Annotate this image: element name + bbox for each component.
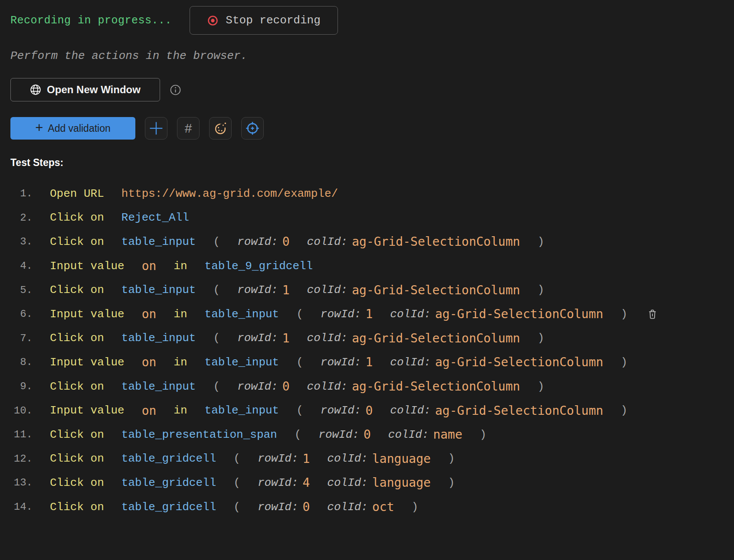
test-step-row[interactable]: 14.Click ontable_gridcell(rowId:0colId:o… <box>10 495 724 519</box>
step-value: on <box>142 259 157 273</box>
target-button[interactable] <box>241 117 264 140</box>
step-action-label: Click on <box>50 501 104 514</box>
step-param-key: rowId: <box>258 452 298 465</box>
step-paren: ) <box>537 235 544 248</box>
step-paren: ) <box>537 332 544 345</box>
step-element-link[interactable]: table_gridcell <box>121 452 216 465</box>
step-element-link[interactable]: table_input <box>205 356 279 369</box>
step-element-link[interactable]: Reject_All <box>121 211 189 224</box>
test-step-row[interactable]: 1.Open URLhttps://www.ag-grid.com/exampl… <box>10 182 724 206</box>
step-value: 0 <box>282 234 290 249</box>
step-paren: ( <box>233 476 240 489</box>
add-validation-button[interactable]: + Add validation <box>10 117 135 140</box>
test-step-row[interactable]: 9.Click ontable_input(rowId:0colId:ag-Gr… <box>10 374 724 399</box>
step-paren: ( <box>295 428 301 441</box>
info-icon[interactable] <box>170 84 181 96</box>
test-step-row[interactable]: 11.Click ontable_presentation_span(rowId… <box>10 423 724 447</box>
step-action-label: Click on <box>50 380 104 393</box>
step-value: 0 <box>303 500 310 514</box>
step-value: name <box>433 427 462 442</box>
step-value: 1 <box>365 355 373 369</box>
hash-icon: # <box>185 121 192 136</box>
step-param-key: rowId: <box>258 501 298 514</box>
step-element-link[interactable]: table_input <box>121 283 196 296</box>
trash-icon <box>646 308 659 320</box>
test-step-row[interactable]: 5.Click ontable_input(rowId:1colId:ag-Gr… <box>10 278 724 302</box>
step-element-link[interactable]: table_input <box>121 332 196 345</box>
step-param-key: colId: <box>307 380 348 393</box>
plus-icon <box>149 121 164 136</box>
step-action-label: in <box>174 260 187 273</box>
test-step-row[interactable]: 12.Click ontable_gridcell(rowId:1colId:l… <box>10 447 724 471</box>
test-step-row[interactable]: 4.Input valueonintable_9_gridcell <box>10 254 724 278</box>
step-element-link[interactable]: table_input <box>121 380 196 393</box>
step-paren: ) <box>480 428 487 441</box>
step-param-key: colId: <box>327 501 368 514</box>
step-value: on <box>142 404 157 418</box>
step-number: 1. <box>10 188 33 199</box>
hash-button[interactable]: # <box>177 117 200 140</box>
step-value: language <box>372 452 431 466</box>
step-paren: ( <box>233 452 240 465</box>
step-param-key: colId: <box>390 356 431 369</box>
step-action-label: Click on <box>50 211 104 224</box>
step-value: 1 <box>282 331 290 345</box>
step-value: 0 <box>282 379 290 394</box>
step-paren: ( <box>233 501 240 514</box>
step-value: ag-Grid-SelectionColumn <box>435 355 603 369</box>
step-param-key: rowId: <box>237 380 278 393</box>
add-validation-label: Add validation <box>48 123 111 134</box>
step-number: 7. <box>10 332 33 344</box>
step-value: ag-Grid-SelectionColumn <box>435 307 603 321</box>
step-element-link[interactable]: table_input <box>205 404 279 417</box>
step-element-link[interactable]: table_9_gridcell <box>205 260 313 273</box>
cookie-button[interactable] <box>209 117 232 140</box>
test-step-row[interactable]: 10.Input valueonintable_input(rowId:0col… <box>10 398 724 423</box>
step-param-key: rowId: <box>318 428 359 441</box>
open-new-window-button[interactable]: Open New Window <box>10 78 160 101</box>
step-param-key: colId: <box>390 404 431 417</box>
step-number: 11. <box>10 429 33 440</box>
test-step-row[interactable]: 13.Click ontable_gridcell(rowId:4colId:l… <box>10 471 724 495</box>
test-step-row[interactable]: 6.Input valueonintable_input(rowId:1colI… <box>10 302 724 326</box>
recording-status-text: Recording in progress... <box>10 14 172 27</box>
step-paren: ) <box>537 380 544 393</box>
step-element-link[interactable]: table_gridcell <box>121 501 216 514</box>
cookie-icon <box>213 121 227 135</box>
step-element-link[interactable]: table_gridcell <box>121 476 216 489</box>
step-action-label: Input value <box>50 356 125 369</box>
step-action-label: Click on <box>50 452 104 465</box>
step-action-label: Input value <box>50 260 125 273</box>
delete-step-button[interactable] <box>646 308 659 320</box>
step-url-link[interactable]: https://www.ag-grid.com/example/ <box>121 187 338 200</box>
step-action-label: in <box>174 356 187 369</box>
test-step-row[interactable]: 2.Click onReject_All <box>10 206 724 230</box>
stop-recording-button[interactable]: Stop recording <box>190 6 338 35</box>
step-action-label: Click on <box>50 476 104 489</box>
stop-recording-label: Stop recording <box>226 14 320 27</box>
add-step-button[interactable] <box>145 117 167 140</box>
step-param-key: colId: <box>388 428 429 441</box>
toolbar: + Add validation # <box>10 117 724 140</box>
step-value: on <box>142 307 157 321</box>
test-step-row[interactable]: 7.Click ontable_input(rowId:1colId:ag-Gr… <box>10 326 724 351</box>
recorder-panel: Recording in progress... Stop recording … <box>0 0 734 560</box>
step-element-link[interactable]: table_input <box>205 308 279 321</box>
globe-icon <box>30 84 41 95</box>
step-value: ag-Grid-SelectionColumn <box>352 379 520 394</box>
step-value: ag-Grid-SelectionColumn <box>435 404 603 418</box>
step-number: 14. <box>10 501 33 513</box>
step-param-key: colId: <box>307 283 348 296</box>
step-paren: ( <box>296 356 303 369</box>
test-step-row[interactable]: 8.Input valueonintable_input(rowId:1colI… <box>10 350 724 374</box>
step-value: language <box>372 475 431 490</box>
step-number: 10. <box>10 405 33 417</box>
test-step-row[interactable]: 3.Click ontable_input(rowId:0colId:ag-Gr… <box>10 230 724 254</box>
open-window-row: Open New Window <box>10 78 724 101</box>
step-action-label: Input value <box>50 308 125 321</box>
step-paren: ( <box>296 404 303 417</box>
step-value: ag-Grid-SelectionColumn <box>352 283 520 297</box>
step-element-link[interactable]: table_presentation_span <box>121 428 277 441</box>
step-element-link[interactable]: table_input <box>121 235 196 248</box>
instruction-text: Perform the actions in the browser. <box>10 49 724 62</box>
